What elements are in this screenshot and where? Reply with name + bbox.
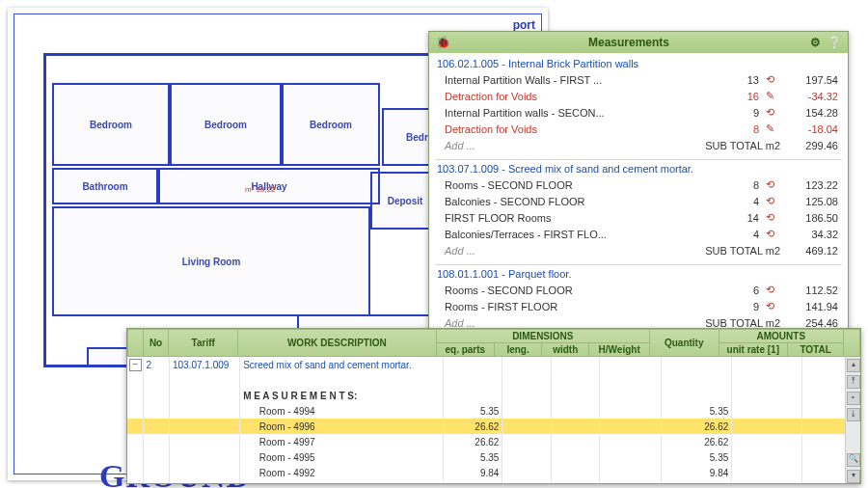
measurement-detail-row[interactable]: Room - 49939.849.84 <box>127 480 860 483</box>
measurements-titlebar[interactable]: 🐞 Measurements ⚙ ❔ <box>429 32 848 53</box>
measurements-panel: 🐞 Measurements ⚙ ❔ 106.02.1.005 - Intern… <box>428 31 849 330</box>
gear-icon[interactable]: ⚙ <box>807 35 823 50</box>
measurements-body[interactable]: 106.02.1.005 - Internal Brick Partition … <box>429 53 848 329</box>
grid-rows: 2103.07.1.009Screed mix of sand and ceme… <box>127 357 860 483</box>
measurement-row[interactable]: Detraction for Voids8✎-18.04 <box>435 121 842 137</box>
measurement-row[interactable]: Rooms - SECOND FLOOR8⟲123.22 <box>435 176 842 193</box>
subtotal-row: Add ...SUB TOTAL m2299.46 <box>435 137 842 153</box>
expand-button[interactable]: − <box>129 359 142 371</box>
col-hweight[interactable]: H/Weight <box>589 343 650 357</box>
grid-scrollbar[interactable]: ▴ ⭱ • ⭳ 🔍 ▾ <box>845 357 860 483</box>
measurement-row[interactable]: FIRST FLOOR Rooms14⟲186.50 <box>435 209 842 226</box>
room-bathroom[interactable]: Bathroom <box>52 168 158 204</box>
link-icon[interactable]: ⟲ <box>759 73 780 86</box>
link-icon[interactable]: ⟲ <box>759 228 780 240</box>
group-header[interactable]: 108.01.1.001 - Parquet floor. <box>435 264 842 282</box>
grid-body[interactable]: − 2103.07.1.009Screed mix of sand and ce… <box>127 357 860 483</box>
col-dimensions[interactable]: DIMENSIONS <box>436 330 649 343</box>
measurement-detail-row[interactable]: Room - 499626.6226.62 <box>127 419 860 434</box>
blank-row[interactable] <box>127 372 860 388</box>
link-icon[interactable]: ⟲ <box>759 300 780 312</box>
grid-header: No Tariff WORK DESCRIPTION DIMENSIONS Qu… <box>127 329 860 357</box>
measurement-detail-row[interactable]: Room - 49929.849.84 <box>127 465 860 480</box>
room-bedroom[interactable]: Bedroom <box>282 83 380 166</box>
measurement-detail-row[interactable]: Room - 49945.355.35 <box>127 403 860 419</box>
scroll-marker-bot[interactable]: ⭳ <box>847 408 860 421</box>
help-icon[interactable]: ❔ <box>827 35 842 50</box>
room-bedroom[interactable]: Bedroom <box>170 83 282 166</box>
measurement-row[interactable]: Rooms - FIRST FLOOR9⟲141.94 <box>435 298 842 314</box>
group-header[interactable]: 103.07.1.009 - Screed mix of sand and ce… <box>435 159 842 176</box>
col-no[interactable]: No <box>143 330 169 357</box>
group-header[interactable]: 106.02.1.005 - Internal Brick Partition … <box>435 55 842 71</box>
bug-icon[interactable]: 🐞 <box>435 35 450 50</box>
scroll-marker[interactable]: • <box>847 392 860 405</box>
measurements-title-row[interactable]: M E A S U R E M E N T S: <box>127 388 860 403</box>
link-icon[interactable]: ⟲ <box>759 211 780 224</box>
col-eqparts[interactable]: eq. parts <box>436 343 494 357</box>
room-living-room[interactable]: Living Room <box>52 206 370 316</box>
subtotal-row: Add ...SUB TOTAL m2254.46 <box>435 314 842 329</box>
hallway-area: m² 10,22 <box>245 185 276 194</box>
room-bedroom[interactable]: Bedroom <box>52 83 170 166</box>
estimate-grid-panel: No Tariff WORK DESCRIPTION DIMENSIONS Qu… <box>126 328 861 484</box>
scroll-up-icon[interactable]: ▴ <box>847 359 860 372</box>
measurement-detail-row[interactable]: Room - 499726.6226.62 <box>127 434 860 449</box>
col-quantity[interactable]: Quantity <box>649 330 719 357</box>
col-total[interactable]: TOTAL <box>788 343 844 357</box>
eraser-icon[interactable]: ✎ <box>759 122 780 135</box>
work-desc-row[interactable]: 2103.07.1.009Screed mix of sand and ceme… <box>127 357 860 372</box>
eraser-icon[interactable]: ✎ <box>759 90 780 102</box>
measurement-detail-row[interactable]: Room - 49955.355.35 <box>127 449 860 465</box>
measurement-row[interactable]: Balconies - SECOND FLOOR4⟲125.08 <box>435 193 842 209</box>
link-icon[interactable]: ⟲ <box>759 106 780 119</box>
col-tariff[interactable]: Tariff <box>169 330 238 357</box>
col-leng[interactable]: leng. <box>495 343 542 357</box>
col-rate[interactable]: unit rate [1] <box>719 343 788 357</box>
scroll-zoom-icon[interactable]: 🔍 <box>847 453 860 467</box>
measurement-row[interactable]: Rooms - SECOND FLOOR6⟲112.52 <box>435 282 842 298</box>
link-icon[interactable]: ⟲ <box>759 284 780 296</box>
col-width[interactable]: width <box>542 343 589 357</box>
link-icon[interactable]: ⟲ <box>759 195 780 207</box>
port-label: port <box>513 18 535 32</box>
measurement-row[interactable]: Internal Partition Walls - FIRST ...13⟲1… <box>435 71 842 88</box>
measurements-title: Measurements <box>452 36 805 49</box>
measurement-row[interactable]: Internal Partition walls - SECON...9⟲154… <box>435 104 842 121</box>
measurement-row[interactable]: Balconies/Terraces - FIRST FLO...4⟲34.32 <box>435 226 842 242</box>
measurement-row[interactable]: Detraction for Voids16✎-34.32 <box>435 88 842 104</box>
scroll-down-icon[interactable]: ▾ <box>847 470 860 483</box>
col-amounts[interactable]: AMOUNTS <box>719 330 844 343</box>
scroll-marker-top[interactable]: ⭱ <box>847 375 860 389</box>
link-icon[interactable]: ⟲ <box>759 178 780 191</box>
subtotal-row: Add ...SUB TOTAL m2469.12 <box>435 242 842 258</box>
col-work[interactable]: WORK DESCRIPTION <box>237 330 436 357</box>
